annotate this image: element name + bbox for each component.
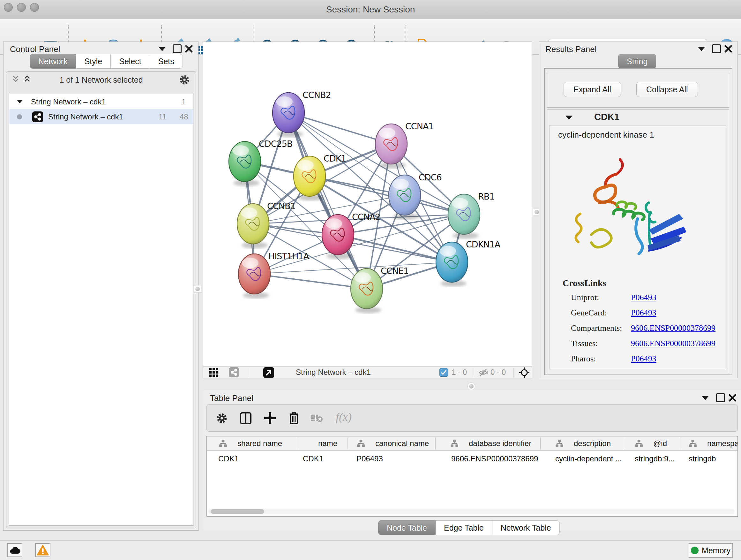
column-header-database-identifier[interactable]: database identifier [469,439,531,448]
table-cell[interactable]: stringdb:9... [635,454,675,463]
tab-network[interactable]: Network [30,54,76,69]
network-node-cdk1[interactable] [293,156,326,201]
crosslink-link[interactable]: 9606.ENSP00000378699 [631,323,716,333]
tab-node-table[interactable]: Node Table [378,520,435,535]
control-panel-close-icon[interactable] [185,45,193,53]
collapse-all-button[interactable]: Collapse All [636,82,698,97]
status-bar: Memory [0,540,741,560]
table-panel-float-icon[interactable] [716,393,725,402]
node-label-ccnb2: CCNB2 [302,90,331,100]
string-network-graph[interactable]: CCNB2CCNA1CDC25BCDK1CDC6RB1CCNB1CCNA2CDK… [203,42,532,366]
column-separator[interactable] [297,438,297,449]
network-edge [254,274,367,289]
gear-icon[interactable] [179,74,190,85]
node-table[interactable]: shared namenamecanonical namedatabase id… [206,436,738,516]
scrollbar-thumb[interactable] [211,509,264,514]
table-cell[interactable]: cyclin-dependent ... [555,454,622,463]
warning-icon [37,545,49,556]
column-header-shared-name[interactable]: shared name [238,439,282,448]
table-horizontal-scrollbar[interactable] [208,509,735,514]
table-cell[interactable]: CDK1 [218,454,239,463]
results-panel-float-icon[interactable] [712,44,721,53]
tree-expand-icon[interactable] [17,100,23,104]
column-separator[interactable] [680,438,680,449]
hidden-eye-icon[interactable] [478,368,488,377]
network-canvas[interactable]: CCNB2CCNA1CDC25BCDK1CDC6RB1CCNB1CCNA2CDK… [203,42,532,366]
column-separator[interactable] [540,438,541,449]
column-header-name[interactable]: name [318,439,337,448]
crosslink-link[interactable]: P06493 [631,308,656,318]
network-tree-root-row[interactable]: String Network – cdk1 1 [9,94,193,109]
warning-status-button[interactable] [35,543,51,557]
column-header-description[interactable]: description [574,439,611,448]
column-separator[interactable] [435,438,435,449]
table-toolbar: f(x) [206,404,738,432]
control-panel-float-icon[interactable] [173,44,182,53]
node-label-cdk1: CDK1 [324,153,346,164]
network-node-rb1[interactable] [448,194,480,239]
node-label-cdc25b: CDC25B [259,139,292,149]
crosslink-link[interactable]: P06493 [631,354,656,364]
crosslink-link[interactable]: P06493 [631,293,656,302]
crosslink-label: Tissues: [571,339,631,348]
selected-checkbox-icon[interactable] [440,368,448,377]
table-cell[interactable]: stringdb [689,454,716,463]
column-header-canonical-name[interactable]: canonical name [375,439,429,448]
network-node-ccne1[interactable] [351,268,383,313]
table-cell[interactable]: CDK1 [303,454,323,463]
memory-label: Memory [702,546,731,555]
cloud-icon [8,545,21,555]
control-panel-title: Control Panel [10,44,60,54]
memory-button[interactable]: Memory [689,543,733,558]
node-result-content: cyclin-dependent kinase 1 [549,125,726,369]
section-collapse-icon[interactable] [565,116,572,120]
network-tree-row-selected[interactable]: String Network – cdk1 11 48 [9,109,193,124]
crosslink-row: Tissues:9606.ENSP00000378699 [571,339,721,348]
tab-network-table[interactable]: Network Table [492,520,560,535]
network-selection-status: 1 of 1 Network selected [6,75,196,84]
application-window: Session: New Session ? Control Panel [0,0,741,560]
network-node-ccnb1[interactable] [237,204,269,248]
table-panel-collapse-icon[interactable] [702,396,709,400]
network-node-cdc25b[interactable] [229,141,261,186]
function-builder-icon[interactable]: f(x) [336,410,352,424]
delete-column-icon[interactable] [287,411,300,425]
tab-sets[interactable]: Sets [150,54,183,69]
crosshair-icon[interactable] [519,367,530,378]
network-node-hist1h1a[interactable] [239,254,270,299]
table-panel-title: Table Panel [210,393,253,403]
network-node-cdc6[interactable] [389,175,421,220]
add-column-icon[interactable] [263,411,277,425]
results-panel-close-icon[interactable] [724,45,732,53]
tab-edge-table[interactable]: Edge Table [435,520,492,535]
tab-string[interactable]: String [618,54,656,69]
network-share-icon[interactable] [229,367,239,377]
column-header--id[interactable]: @id [653,439,667,448]
crosslinks-list: Uniprot:P06493GeneCard:P06493Compartment… [571,293,721,369]
tab-style[interactable]: Style [76,54,111,69]
results-panel-collapse-icon[interactable] [698,47,705,51]
crosslink-link[interactable]: 9606.ENSP00000378699 [631,339,716,348]
table-cell[interactable]: 9606.ENSP00000378699 [451,454,538,463]
bottom-splitter-handle[interactable] [468,382,475,390]
protein-structure-image [569,155,697,270]
table-settings-gear-icon[interactable] [216,412,228,424]
show-columns-icon[interactable] [239,412,252,425]
tab-select[interactable]: Select [111,54,150,69]
network-node-ccnb2[interactable] [273,92,305,137]
node-label-rb1: RB1 [478,192,494,201]
column-header-namespace[interactable]: namespace [707,439,738,448]
left-splitter-handle[interactable] [194,285,201,293]
column-separator[interactable] [347,438,348,449]
control-panel-collapse-icon[interactable] [158,47,165,51]
delete-table-icon[interactable] [310,414,323,423]
birdseye-view-icon[interactable] [263,367,274,378]
network-node-cdkn1a[interactable] [436,242,468,287]
grid-view-icon[interactable] [209,368,219,377]
footer-separator [248,368,248,377]
table-panel-close-icon[interactable] [728,394,737,402]
cloud-status-button[interactable] [7,543,22,557]
node-label-cdc6: CDC6 [419,172,442,182]
table-cell[interactable]: P06493 [356,454,383,463]
expand-all-button[interactable]: Expand All [563,82,621,97]
